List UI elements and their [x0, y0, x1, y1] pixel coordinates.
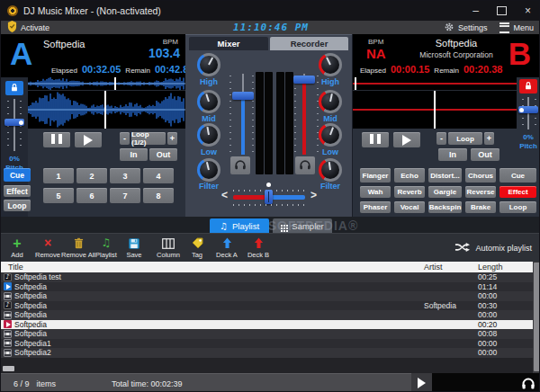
deck-a-cue-button[interactable]: Cue [4, 168, 31, 182]
maximize-button[interactable] [489, 1, 515, 21]
deck-a-loop-minus-button[interactable]: - [120, 132, 130, 145]
effect-button-echo[interactable]: Echo [394, 168, 425, 183]
tab-playlist[interactable]: ♫ Playlist [210, 218, 269, 233]
arrow-up-red-icon [240, 236, 276, 249]
effect-button-flanger[interactable]: Flanger [360, 168, 391, 183]
preview-play-button[interactable] [411, 373, 432, 392]
activate-button[interactable]: Activate [7, 21, 50, 34]
effect-button-brake[interactable]: Brake [465, 201, 496, 213]
deck-b-loop-button[interactable]: Loop [448, 132, 482, 145]
deck-a-headphone-button[interactable] [230, 156, 250, 174]
playlist-row[interactable]: Softpedia00:00 [1, 291, 533, 301]
deck-a-loop-out-button[interactable]: Out [149, 148, 177, 161]
deck-b-loop-minus-button[interactable]: - [436, 132, 446, 145]
deck-b-high-knob[interactable] [319, 53, 342, 76]
effect-button-effect[interactable]: Effect [500, 186, 536, 198]
save-button[interactable]: Save [116, 236, 152, 259]
deck-a-pitch-slider[interactable] [4, 119, 24, 126]
playlist-row[interactable]: ♪Softpedia test00:25 [1, 272, 533, 282]
effect-button-wah[interactable]: Wah [360, 186, 391, 198]
minimize-button[interactable]: – [463, 1, 489, 21]
deck-a-loop-plus-button[interactable]: + [167, 132, 177, 145]
horizontal-scrollbar-thumb[interactable] [3, 366, 14, 371]
effect-button-chorus[interactable]: Chorus [465, 168, 496, 183]
hotcue-button-6[interactable]: 6 [76, 188, 107, 203]
deck-a-filter-knob[interactable] [197, 158, 220, 182]
deck-a-loop-button[interactable]: Loop (1/2) [131, 132, 166, 145]
maximize-icon [497, 6, 507, 15]
effect-button-vocal[interactable]: Vocal [394, 201, 425, 213]
effect-button-gargle[interactable]: Gargle [428, 186, 462, 198]
deck-a-mid-knob[interactable] [197, 90, 220, 113]
hotcue-button-8[interactable]: 8 [143, 188, 174, 203]
effect-button-reverb[interactable]: Reverb [394, 186, 425, 198]
deck-b-loop-out-button[interactable]: Out [471, 148, 500, 161]
deck-a-low-knob[interactable] [197, 123, 220, 147]
deck-b-filter-knob[interactable] [319, 158, 342, 182]
deck-a-high-knob[interactable] [197, 53, 220, 76]
shield-icon [7, 21, 17, 34]
crossfader-left-arrow[interactable]: < [221, 189, 228, 201]
deck-a-waveform[interactable] [28, 77, 185, 129]
deck-a-loop-mode-button[interactable]: Loop [4, 200, 31, 211]
column-artist[interactable]: Artist [424, 263, 443, 272]
deck-a-volume-slider[interactable] [232, 92, 254, 100]
column-length[interactable]: Length [478, 263, 503, 272]
deck-b-keylock-button[interactable] [519, 79, 537, 94]
crossfader-handle[interactable] [265, 190, 273, 204]
deck-b-volume-slider[interactable] [293, 76, 315, 84]
vertical-scrollbar-thumb[interactable] [534, 263, 540, 371]
volume-ticks [230, 76, 231, 153]
deck-b-waveform[interactable] [353, 77, 517, 129]
window-title: DJ Music Mixer - (Non-activated) [23, 5, 161, 16]
deck-a-effect-button[interactable]: Effect [4, 185, 31, 197]
tab-sampler[interactable]: Sampler [273, 218, 332, 233]
playlist-row[interactable]: Softpedia00:08 [1, 329, 533, 339]
automix-button[interactable]: Automix playlist [454, 234, 532, 263]
deck-b-low-knob[interactable] [319, 123, 342, 147]
playlist-row[interactable]: Softpedia00:20 [1, 320, 533, 330]
effect-button-loop[interactable]: Loop [500, 201, 536, 213]
settings-label: Settings [458, 23, 488, 32]
deck-b-play-button[interactable] [393, 132, 420, 147]
deck-b-mid-knob[interactable] [319, 90, 342, 113]
hotcue-button-3[interactable]: 3 [110, 168, 140, 183]
effect-button-cue[interactable]: Cue [500, 168, 536, 183]
tab-mixer[interactable]: Mixer [189, 37, 268, 50]
settings-button[interactable]: Settings [444, 22, 488, 34]
deck-a-play-button[interactable] [75, 132, 102, 147]
effect-button-phaser[interactable]: Phaser [360, 201, 391, 213]
deck-b-pause-button[interactable] [362, 132, 389, 147]
hotcue-button-1[interactable]: 1 [43, 168, 74, 183]
deck-a-keylock-button[interactable] [5, 81, 23, 95]
hotcue-button-2[interactable]: 2 [76, 168, 107, 183]
crossfader-right-arrow[interactable]: > [310, 189, 317, 201]
playlist-row[interactable]: Softpedia01:14 [1, 282, 533, 292]
close-button[interactable]: × [515, 1, 540, 21]
playlist-row[interactable]: ♪SoftpediaSoftpedia00:30 [1, 301, 533, 311]
deck-a-times: Elapsed 00:32.05 Remain 00:42.87 [51, 64, 194, 75]
effect-button-backspin[interactable]: Backspin [428, 201, 462, 213]
deck-a-pause-button[interactable] [43, 132, 70, 147]
playlist-row[interactable]: Softpedia100:00 [1, 339, 533, 349]
hotcue-button-5[interactable]: 5 [43, 188, 74, 203]
playlist-row[interactable]: Softpedia200:00 [1, 348, 533, 358]
deck-b-filter-label: Filter [312, 182, 348, 191]
effect-button-distort[interactable]: Distort... [428, 168, 462, 183]
tab-recorder[interactable]: Recorder [270, 37, 348, 50]
menu-button[interactable]: Menu [500, 22, 534, 33]
activate-label: Activate [21, 23, 50, 32]
hotcue-button-4[interactable]: 4 [143, 168, 174, 183]
deck-b-load-button[interactable]: Deck B [240, 236, 276, 259]
playlist-row[interactable]: Softpedia00:00 [1, 310, 533, 320]
deck-b-loop-in-button[interactable]: In [438, 148, 467, 161]
deck-a-load-button[interactable]: Deck A [209, 236, 245, 259]
deck-b-headphone-button[interactable] [295, 156, 315, 174]
column-title[interactable]: Title [8, 263, 23, 272]
deck-a-loop-in-button[interactable]: In [120, 148, 148, 161]
hotcue-button-7[interactable]: 7 [110, 188, 140, 203]
playlist-header[interactable]: Title Artist Length [1, 262, 540, 272]
deck-b-loop-plus-button[interactable]: + [484, 132, 494, 145]
effect-button-reverse[interactable]: Reverse [465, 186, 496, 198]
deck-b-pitch-slider[interactable] [518, 106, 538, 113]
